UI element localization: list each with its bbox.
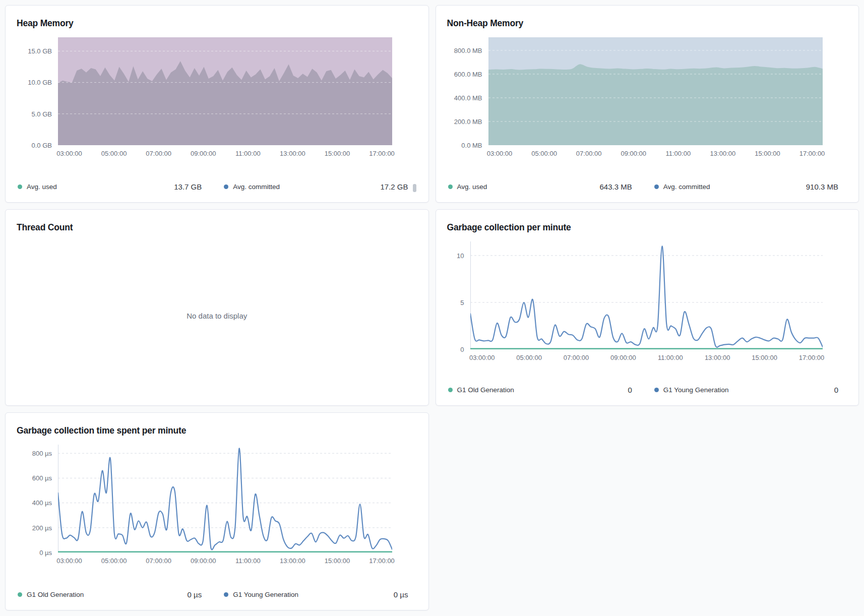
heap-memory-x-axis-row: 03:00:0005:00:0007:00:0009:00:0011:00:00…	[17, 150, 417, 158]
y-axis-tick-label: 15.0 GB	[28, 48, 52, 54]
gc-time-per-minute-legend: G1 Old Generation 0 µs G1 Young Generati…	[17, 590, 417, 603]
heap-memory-plot-area[interactable]	[58, 37, 392, 145]
x-axis-tick-label: 11:00:00	[235, 557, 261, 565]
non-heap-memory-y-axis: 0.0 MB200.0 MB400.0 MB600.0 MB800.0 MB	[447, 37, 488, 145]
x-axis-tick-label: 03:00:00	[469, 354, 495, 362]
y-axis-tick-label: 5.0 GB	[32, 110, 52, 117]
heap-memory-legend: Avg. used 13.7 GB Avg. committed 17.2 GB	[17, 182, 417, 195]
x-axis-tick-label: 17:00:00	[369, 150, 395, 158]
y-axis-tick-label: 0	[460, 346, 464, 352]
x-axis-spacer	[17, 557, 58, 565]
y-axis-tick-label: 800.0 MB	[454, 47, 482, 53]
gc-per-minute-chart: 0510	[447, 241, 848, 349]
legend-item-avg-used[interactable]: Avg. used 643.3 MB	[448, 182, 632, 191]
gc-time-per-minute-title: Garbage collection time spent per minute	[17, 425, 417, 437]
panel-non-heap-memory: Non-Heap Memory 0.0 MB200.0 MB400.0 MB60…	[436, 5, 859, 203]
heap-memory-y-axis: 0.0 GB5.0 GB10.0 GB15.0 GB	[17, 37, 58, 145]
legend-value: 13.7 GB	[168, 182, 202, 191]
x-axis-spacer	[17, 150, 58, 158]
x-axis-tick-label: 15:00:00	[325, 150, 350, 158]
gc-per-minute-legend: G1 Old Generation 0 G1 Young Generation …	[447, 386, 848, 398]
non-heap-memory-chart: 0.0 MB200.0 MB400.0 MB600.0 MB800.0 MB	[447, 37, 848, 145]
x-axis-tick-label: 09:00:00	[191, 557, 216, 565]
legend-item-g1-old-generation[interactable]: G1 Old Generation 0	[448, 386, 632, 394]
heap-memory-chart: 0.0 GB5.0 GB10.0 GB15.0 GB	[17, 37, 417, 145]
series-dot-icon	[448, 184, 453, 189]
x-axis-tick-label: 09:00:00	[191, 150, 216, 158]
non-heap-memory-title: Non-Heap Memory	[447, 18, 848, 29]
legend-label: Avg. committed	[233, 183, 280, 191]
heap-memory-x-axis: 03:00:0005:00:0007:00:0009:00:0011:00:00…	[58, 150, 392, 158]
x-axis-tick-label: 05:00:00	[101, 557, 127, 565]
panel-heap-memory: Heap Memory 0.0 GB5.0 GB10.0 GB15.0 GB 0…	[5, 5, 429, 203]
legend-item-g1-old-generation[interactable]: G1 Old Generation 0 µs	[18, 590, 202, 599]
gc-per-minute-plot-area[interactable]	[470, 241, 823, 349]
x-axis-tick-label: 13:00:00	[705, 354, 730, 362]
non-heap-memory-x-axis-row: 03:00:0005:00:0007:00:0009:00:0011:00:00…	[447, 150, 848, 158]
legend-item-avg-committed[interactable]: Avg. committed 910.3 MB	[654, 182, 838, 191]
x-axis-tick-label: 07:00:00	[576, 150, 602, 158]
legend-value: 0	[622, 386, 632, 394]
y-axis-tick-label: 5	[460, 299, 464, 305]
gc-per-minute-x-axis: 03:00:0005:00:0007:00:0009:00:0011:00:00…	[470, 354, 823, 362]
non-heap-memory-plot-area[interactable]	[488, 37, 823, 145]
gc-per-minute-title: Garbage collection per minute	[447, 222, 848, 233]
y-axis-tick-label: 10	[457, 252, 464, 259]
y-axis-tick-label: 0 µs	[39, 549, 52, 556]
dashboard-grid: Heap Memory 0.0 GB5.0 GB10.0 GB15.0 GB 0…	[0, 0, 864, 616]
y-axis-tick-label: 200 µs	[32, 524, 52, 531]
y-axis-tick-label: 10.0 GB	[28, 79, 52, 86]
series-dot-icon	[448, 388, 453, 392]
series-dot-icon	[224, 592, 228, 597]
gc-time-per-minute-x-axis: 03:00:0005:00:0007:00:0009:00:0011:00:00…	[58, 557, 392, 565]
legend-value: 17.2 GB	[374, 182, 408, 191]
x-axis-spacer	[447, 354, 470, 362]
legend-label: Avg. used	[27, 183, 57, 191]
x-axis-tick-label: 07:00:00	[146, 150, 171, 158]
thread-count-title: Thread Count	[17, 222, 417, 233]
legend-label: Avg. committed	[663, 183, 710, 191]
x-axis-tick-label: 15:00:00	[325, 557, 350, 565]
panel-thread-count: Thread Count No data to display	[5, 209, 429, 406]
y-axis-tick-label: 400 µs	[32, 500, 52, 506]
legend-label: G1 Old Generation	[27, 591, 84, 598]
legend-item-avg-used[interactable]: Avg. used 13.7 GB	[18, 182, 202, 191]
legend-item-avg-committed[interactable]: Avg. committed 17.2 GB	[224, 182, 408, 191]
legend-scrollbar-thumb[interactable]	[413, 184, 416, 192]
x-axis-tick-label: 09:00:00	[610, 354, 636, 362]
heap-memory-svg	[58, 37, 392, 145]
legend-value: 0 µs	[388, 590, 408, 599]
legend-item-g1-young-generation[interactable]: G1 Young Generation 0	[654, 386, 838, 394]
series-dot-icon	[654, 388, 659, 392]
x-axis-tick-label: 07:00:00	[564, 354, 589, 362]
x-axis-tick-label: 11:00:00	[658, 354, 683, 362]
y-axis-tick-label: 800 µs	[32, 450, 52, 457]
heap-memory-title: Heap Memory	[17, 18, 417, 29]
legend-value: 0	[828, 386, 838, 394]
legend-label: G1 Young Generation	[233, 591, 298, 598]
panel-gc-time-per-minute: Garbage collection time spent per minute…	[5, 412, 429, 610]
legend-item-g1-young-generation[interactable]: G1 Young Generation 0 µs	[224, 590, 408, 599]
non-heap-memory-svg	[488, 37, 823, 145]
x-axis-tick-label: 13:00:00	[280, 150, 305, 158]
x-axis-tick-label: 17:00:00	[799, 150, 825, 158]
series-dot-icon	[224, 184, 228, 189]
gc-time-per-minute-chart: 0 µs200 µs400 µs600 µs800 µs	[17, 445, 417, 552]
x-axis-tick-label: 17:00:00	[369, 557, 395, 565]
gc-time-per-minute-x-axis-row: 03:00:0005:00:0007:00:0009:00:0011:00:00…	[17, 557, 417, 565]
x-axis-tick-label: 09:00:00	[621, 150, 646, 158]
gc-per-minute-svg	[470, 241, 823, 349]
y-axis-tick-label: 400.0 MB	[454, 94, 482, 101]
x-axis-tick-label: 05:00:00	[101, 150, 127, 158]
legend-value: 643.3 MB	[594, 182, 632, 191]
gc-per-minute-x-axis-row: 03:00:0005:00:0007:00:0009:00:0011:00:00…	[447, 354, 848, 362]
y-axis-tick-label: 0.0 MB	[461, 142, 482, 148]
x-axis-tick-label: 11:00:00	[666, 150, 691, 158]
x-axis-tick-label: 11:00:00	[235, 150, 261, 158]
legend-label: G1 Young Generation	[663, 386, 729, 394]
gc-per-minute-y-axis: 0510	[447, 241, 470, 349]
x-axis-spacer	[447, 150, 488, 158]
y-axis-tick-label: 200.0 MB	[454, 118, 482, 125]
gc-time-per-minute-plot-area[interactable]	[58, 445, 392, 552]
no-data-message: No data to display	[17, 233, 417, 398]
